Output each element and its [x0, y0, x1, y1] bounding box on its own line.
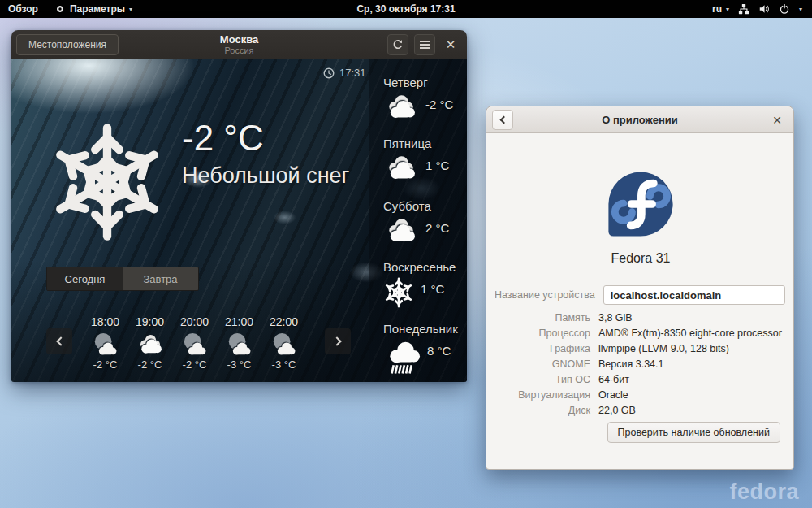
hour-temp: -2 °C	[93, 358, 118, 371]
hour-temp: -2 °C	[138, 358, 162, 371]
chevron-left-icon	[56, 336, 65, 345]
refresh-icon	[392, 39, 404, 50]
about-titlebar[interactable]: О приложении ✕	[486, 106, 793, 133]
clouds-icon	[383, 93, 419, 122]
hourly-prev-button[interactable]	[46, 328, 72, 354]
snowflake-icon	[383, 277, 414, 308]
system-menu[interactable]: ru ▾ ▾	[712, 0, 812, 18]
snowflake-icon	[47, 122, 167, 242]
day-temp: -2 °C	[425, 98, 453, 111]
clouds-icon	[383, 216, 419, 245]
back-button[interactable]	[492, 110, 513, 130]
hour-label: 22:00	[270, 315, 298, 328]
day-label: Пятница	[383, 137, 464, 150]
field-label: Виртуализация	[495, 389, 590, 401]
hourly-item: 21:00 -3 °C	[217, 315, 261, 371]
field-value: Версия 3.34.1	[598, 358, 663, 370]
hourly-item: 19:00 -2 °C	[127, 315, 172, 371]
day-temp: 1 °C	[425, 158, 449, 172]
night-clouds-icon	[92, 331, 119, 358]
hourly-item: 18:00 -2 °C	[83, 315, 127, 371]
menu-button[interactable]	[414, 34, 435, 55]
night-clouds-icon	[181, 331, 209, 358]
weather-window: Местоположения Москва Россия ✕ 17:31	[11, 30, 467, 382]
device-name-input[interactable]	[603, 285, 785, 305]
day-label: Суббота	[383, 199, 464, 213]
night-clouds-icon	[270, 331, 298, 358]
day-temp: 1 °C	[421, 282, 444, 296]
chevron-down-icon: ▾	[799, 6, 802, 13]
check-updates-button[interactable]: Проверить наличие обновлений	[607, 422, 780, 443]
locations-button[interactable]: Местоположения	[16, 34, 119, 55]
hour-label: 20:00	[180, 315, 209, 328]
field-label: Память	[495, 312, 590, 323]
chevron-right-icon	[332, 336, 341, 345]
hourly-item: 20:00 -2 °C	[172, 315, 217, 371]
forecast-time-label: 17:31	[339, 67, 366, 79]
field-label: Диск	[495, 405, 590, 416]
hourly-next-button[interactable]	[325, 328, 351, 354]
activities-label: Обзор	[8, 3, 38, 15]
info-row: GNOME Версия 3.34.1	[495, 358, 785, 370]
daily-item: Четверг -2 °C	[383, 76, 464, 122]
field-value: llvmpipe (LLVM 9.0, 128 bits)	[598, 343, 729, 354]
current-condition: Небольшой снег	[182, 163, 349, 189]
rain-icon	[383, 339, 421, 375]
volume-icon	[758, 3, 770, 15]
day-temp: 2 °C	[425, 221, 449, 235]
chevron-down-icon: ▾	[726, 6, 729, 13]
close-window-icon[interactable]: ✕	[441, 34, 460, 55]
forecast-time: 17:31	[323, 67, 366, 79]
weather-titlebar[interactable]: Местоположения Москва Россия ✕	[11, 30, 467, 59]
about-title: О приложении	[486, 114, 793, 126]
clouds-icon	[136, 331, 165, 358]
chevron-down-icon: ▾	[129, 6, 132, 13]
hour-label: 21:00	[225, 315, 253, 328]
refresh-button[interactable]	[387, 34, 408, 55]
hour-temp: -2 °C	[183, 358, 207, 371]
field-value: 22,0 GB	[598, 405, 636, 416]
info-row: Графика llvmpipe (LLVM 9.0, 128 bits)	[495, 342, 785, 354]
info-row: Название устройства	[495, 285, 785, 305]
field-label: Графика	[495, 343, 590, 354]
hour-temp: -3 °C	[227, 358, 252, 371]
hour-label: 19:00	[136, 315, 164, 328]
keyboard-layout-label: ru	[712, 3, 722, 15]
fedora-logo	[605, 168, 676, 243]
activities-button[interactable]: Обзор	[8, 3, 38, 15]
day-label: Воскресенье	[383, 260, 464, 274]
network-icon	[738, 3, 749, 15]
gear-icon	[54, 3, 66, 15]
top-bar: Обзор Параметры ▾ Ср, 30 октября 17:31 r…	[0, 0, 812, 18]
keyboard-layout-button[interactable]: ru ▾	[712, 3, 729, 15]
daily-item: Воскресенье 1 °C	[383, 260, 464, 308]
app-menu-button[interactable]: Параметры ▾	[54, 3, 132, 15]
hourly-item: 22:00 -3 °C	[261, 315, 306, 371]
hour-temp: -3 °C	[272, 358, 296, 371]
fedora-watermark: fedora	[729, 480, 799, 505]
day-tabs: Сегодня Завтра	[46, 267, 199, 291]
system-info: Название устройства Память 3,8 GiB Проце…	[495, 285, 785, 419]
clock-label: Ср, 30 октября 17:31	[356, 3, 455, 15]
info-row: Виртуализация Oracle	[495, 389, 785, 401]
about-window: О приложении ✕ Fedora 31 Название устрой…	[486, 106, 794, 470]
field-value: 64-бит	[598, 374, 629, 385]
field-value: AMD® Fx(tm)-8350 eight-core processor	[598, 328, 782, 339]
info-row: Память 3,8 GiB	[495, 311, 785, 323]
distro-name: Fedora 31	[486, 251, 795, 266]
tab-tomorrow[interactable]: Завтра	[123, 267, 198, 290]
hamburger-icon	[420, 44, 430, 46]
info-row: Процессор AMD® Fx(tm)-8350 eight-core pr…	[495, 327, 785, 339]
close-window-icon[interactable]: ✕	[767, 110, 787, 130]
daily-item: Суббота 2 °C	[383, 199, 464, 245]
daily-item: Понедельник 8 °C	[383, 322, 464, 375]
hour-label: 18:00	[91, 315, 119, 328]
daily-forecast: Четверг -2 °C Пятница 1 °C Суб	[369, 59, 467, 382]
info-row: Диск 22,0 GB	[495, 404, 785, 416]
field-label: Название устройства	[495, 289, 595, 301]
field-label: Тип ОС	[495, 374, 590, 385]
day-label: Четверг	[383, 76, 464, 89]
tab-today[interactable]: Сегодня	[47, 267, 123, 290]
field-value: Oracle	[598, 389, 628, 401]
field-label: Процессор	[495, 328, 590, 339]
